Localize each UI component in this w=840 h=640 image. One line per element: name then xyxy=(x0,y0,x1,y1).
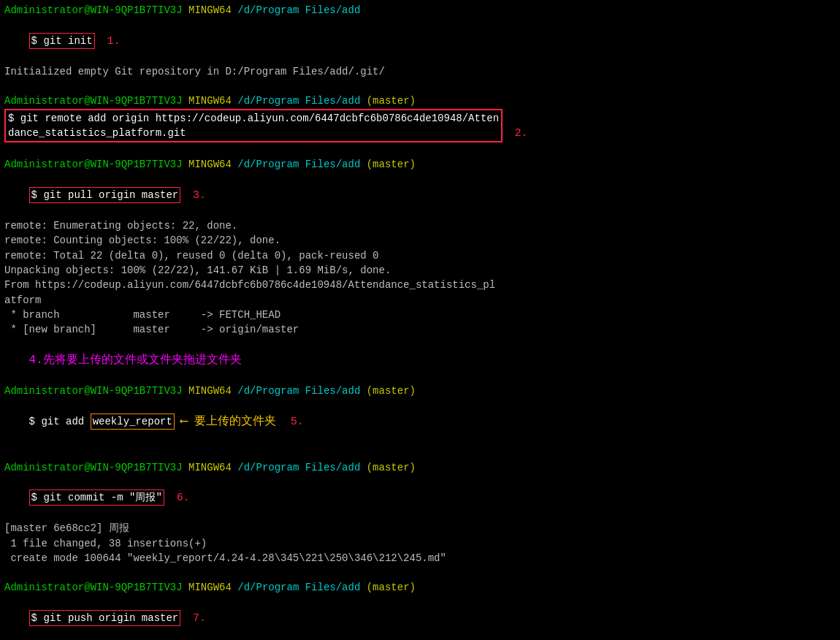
cmd-git-remote: $ git remote add origin https://codeup.a… xyxy=(8,113,499,139)
annotation-5: 5. xyxy=(291,416,304,428)
cmd-git-init-line: $ git init 1. xyxy=(4,18,836,64)
cmd-git-pull: $ git pull origin master xyxy=(29,187,181,203)
blank-4 xyxy=(4,565,836,580)
blank-1 xyxy=(4,79,836,94)
arrow-annotation: ⟵ 要上传的文件夹 xyxy=(180,415,290,428)
annotation-4-line: 4.先将要上传的文件或文件夹拖进文件夹 xyxy=(4,337,836,384)
prompt-5: Administrator@WIN-9QP1B7TIV3J MINGW64 /d… xyxy=(4,460,836,475)
prompt-2: Administrator@WIN-9QP1B7TIV3J MINGW64 /d… xyxy=(4,94,836,108)
pull-output-5: From https://codeup.aliyun.com/6447dcbfc… xyxy=(4,278,836,308)
annotation-4: 4.先将要上传的文件或文件夹拖进文件夹 xyxy=(29,354,242,367)
cmd-git-remote-box: $ git remote add origin https://codeup.a… xyxy=(4,109,503,143)
cmd-git-pull-line: $ git pull origin master 3. xyxy=(4,172,836,218)
annotation-3: 3. xyxy=(193,189,206,202)
commit-output-3: create mode 100644 "weekly_report/4.24-4… xyxy=(4,551,836,565)
cmd-git-commit-line: $ git commit -m "周报" 6. xyxy=(4,475,836,521)
annotation-7: 7. xyxy=(193,612,206,625)
pull-output-7: * [new branch] master -> origin/master xyxy=(4,322,836,337)
output-git-init: Initialized empty Git repository in D:/P… xyxy=(4,64,836,79)
prompt-1: Administrator@WIN-9QP1B7TIV3J MINGW64 /d… xyxy=(4,3,836,18)
pull-output-3: remote: Total 22 (delta 0), reused 0 (de… xyxy=(4,248,836,263)
prompt-3: Administrator@WIN-9QP1B7TIV3J MINGW64 /d… xyxy=(4,157,836,172)
cmd-git-push-line: $ git push origin master 7. xyxy=(4,595,836,640)
prompt-user: Administrator xyxy=(4,3,84,18)
cmd-git-init: $ git init xyxy=(29,33,95,49)
terminal: Administrator@WIN-9QP1B7TIV3J MINGW64 /d… xyxy=(0,0,840,640)
annotation-2: 2. xyxy=(515,127,528,140)
annotation-6: 6. xyxy=(177,492,190,504)
cmd-git-remote-block: $ git remote add origin https://codeup.a… xyxy=(4,109,528,143)
pull-output-4: Unpacking objects: 100% (22/22), 141.67 … xyxy=(4,263,836,278)
cmd-git-push: $ git push origin master xyxy=(29,610,181,626)
prompt-4: Administrator@WIN-9QP1B7TIV3J MINGW64 /d… xyxy=(4,384,836,398)
pull-output-6: * branch master -> FETCH_HEAD xyxy=(4,308,836,322)
commit-output-2: 1 file changed, 38 insertions(+) xyxy=(4,536,836,551)
cmd-git-add-prefix: $ git add xyxy=(29,416,91,427)
prompt-6: Administrator@WIN-9QP1B7TIV3J MINGW64 /d… xyxy=(4,580,836,595)
pull-output-2: remote: Counting objects: 100% (22/22), … xyxy=(4,233,836,248)
blank-3 xyxy=(4,445,836,460)
cmd-git-add-folder: weekly_report xyxy=(91,414,175,430)
cmd-git-add-line: $ git add weekly_report ⟵ 要上传的文件夹 5. xyxy=(4,399,836,446)
blank-2 xyxy=(4,142,836,157)
annotation-1: 1. xyxy=(107,35,120,47)
commit-output-1: [master 6e68cc2] 周报 xyxy=(4,521,836,536)
pull-output-1: remote: Enumerating objects: 22, done. xyxy=(4,218,836,233)
cmd-git-commit: $ git commit -m "周报" xyxy=(29,489,164,506)
